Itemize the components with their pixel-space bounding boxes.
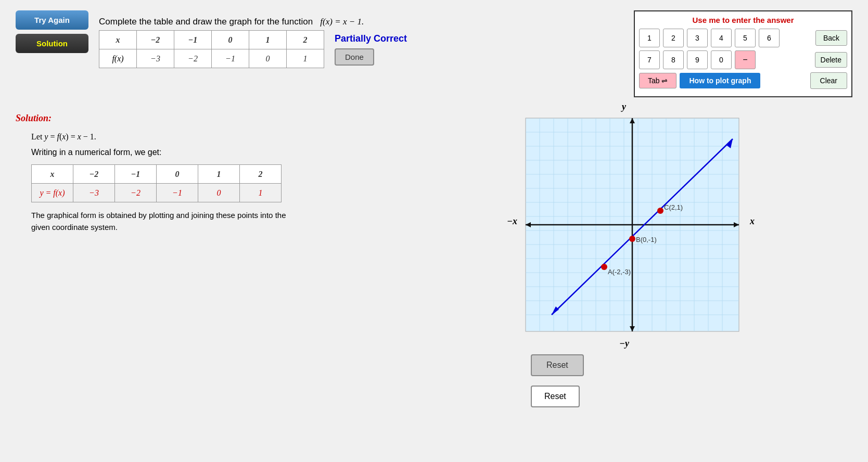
numpad-title: Use me to enter the answer: [639, 16, 847, 24]
sol-x-0: 0: [157, 165, 198, 184]
x-val-4: 1: [249, 31, 287, 49]
problem-text: Complete the table and draw the graph fo…: [99, 17, 313, 27]
sol-x-2: 2: [240, 165, 282, 184]
x-val-1: −2: [137, 31, 174, 49]
fx-header: f(x): [99, 49, 137, 68]
point-A: [601, 264, 607, 270]
x-header: x: [99, 31, 137, 49]
num-btn-3[interactable]: 3: [687, 29, 708, 47]
function-formula: f(x) = x − 1.: [320, 17, 364, 27]
solution-button[interactable]: Solution: [16, 34, 88, 53]
how-to-plot-button[interactable]: How to plot graph: [680, 73, 760, 88]
sol-x-neg2: −2: [73, 165, 115, 184]
label-B: B(0,-1): [636, 236, 657, 243]
main-container: Try Again Solution Complete the table an…: [0, 0, 868, 387]
neg-x-axis-label: −x: [507, 216, 517, 227]
sol-y-2: 1: [240, 184, 282, 202]
num-btn-6[interactable]: 6: [759, 29, 780, 47]
num-btn-8[interactable]: 8: [663, 50, 684, 69]
label-C: C(2,1): [664, 203, 683, 211]
problem-area: Complete the table and draw the graph fo…: [99, 10, 407, 68]
problem-statement: Complete the table and draw the graph fo…: [99, 12, 407, 27]
back-button[interactable]: Back: [815, 30, 847, 46]
numpad: Use me to enter the answer 1 2 3 4 5 6 B…: [634, 10, 852, 97]
clear-button[interactable]: Clear: [810, 72, 847, 89]
num-btn-4[interactable]: 4: [711, 29, 732, 47]
left-buttons: Try Again Solution: [16, 10, 88, 53]
table-with-status: x −2 −1 0 1 2 f(x) −3 −2 −: [99, 30, 407, 68]
sol-y-0: −1: [157, 184, 198, 202]
minus-button[interactable]: −: [735, 50, 756, 69]
num-btn-0[interactable]: 0: [711, 50, 732, 69]
x-val-3: 0: [212, 31, 249, 49]
fx-val-4[interactable]: 0: [249, 49, 287, 68]
reset-button-2[interactable]: Reset: [531, 354, 584, 376]
num-btn-1[interactable]: 1: [639, 29, 660, 47]
x-val-2: −1: [174, 31, 212, 49]
function-table: x −2 −1 0 1 2 f(x) −3 −2 −: [99, 30, 324, 68]
status-done-area: Partially Correct Done: [335, 33, 407, 66]
point-C: [657, 208, 663, 214]
solution-table: x −2 −1 0 1 2 y = f(x) −3 −2: [31, 164, 282, 202]
sol-fx-header: y = f(x): [32, 184, 73, 202]
numpad-row-2: 7 8 9 0 − Delete: [639, 50, 847, 69]
solution-label: Solution:: [16, 113, 468, 124]
sol-x-neg1: −1: [115, 165, 157, 184]
y-axis-label: y: [622, 101, 626, 112]
num-btn-5[interactable]: 5: [735, 29, 756, 47]
status-badge: Partially Correct: [335, 33, 407, 44]
neg-y-axis-label: −y: [619, 338, 629, 349]
try-again-button[interactable]: Try Again: [16, 10, 88, 30]
done-button[interactable]: Done: [335, 48, 374, 66]
solution-body: Let y = f(x) = x − 1. Writing in a numer…: [31, 132, 468, 233]
reset-button[interactable]: Reset: [531, 386, 580, 407]
num-btn-9[interactable]: 9: [687, 50, 708, 69]
fx-val-1[interactable]: −3: [137, 49, 174, 68]
label-A: A(-2,-3): [608, 268, 631, 276]
sol-y-neg2: −3: [73, 184, 115, 202]
graph-wrapper: y x −x −y: [520, 113, 744, 337]
solution-line-2: Writing in a numerical form, we get:: [31, 148, 468, 157]
solution-line-1: Let y = f(x) = x − 1.: [31, 132, 468, 142]
fx-val-5[interactable]: 1: [287, 49, 324, 68]
x-val-5: 2: [287, 31, 324, 49]
sol-x-1: 1: [198, 165, 240, 184]
fx-val-3[interactable]: −1: [212, 49, 249, 68]
fx-val-2[interactable]: −2: [174, 49, 212, 68]
graph-svg: A(-2,-3) B(0,-1) C(2,1): [520, 113, 744, 337]
solution-para: The graphical form is obtained by plotti…: [31, 210, 427, 233]
solution-text-area: Solution: Let y = f(x) = x − 1. Writing …: [16, 113, 468, 376]
num-btn-2[interactable]: 2: [663, 29, 684, 47]
numpad-row-1: 1 2 3 4 5 6 Back: [639, 29, 847, 47]
x-axis-label: x: [750, 216, 755, 227]
numpad-row-3: Tab ⇌ How to plot graph Clear: [639, 72, 847, 89]
reset-area: Reset: [520, 352, 744, 376]
solution-section: Solution: Let y = f(x) = x − 1. Writing …: [16, 113, 852, 376]
sol-y-1: 0: [198, 184, 240, 202]
top-section: Try Again Solution Complete the table an…: [16, 10, 852, 97]
sol-x-header: x: [32, 165, 73, 184]
tab-button[interactable]: Tab ⇌: [639, 73, 676, 88]
point-B: [629, 236, 635, 242]
sol-y-neg1: −2: [115, 184, 157, 202]
num-btn-7[interactable]: 7: [639, 50, 660, 69]
delete-button[interactable]: Delete: [815, 52, 847, 68]
graph-container: Reset y x −x −y: [520, 113, 744, 376]
